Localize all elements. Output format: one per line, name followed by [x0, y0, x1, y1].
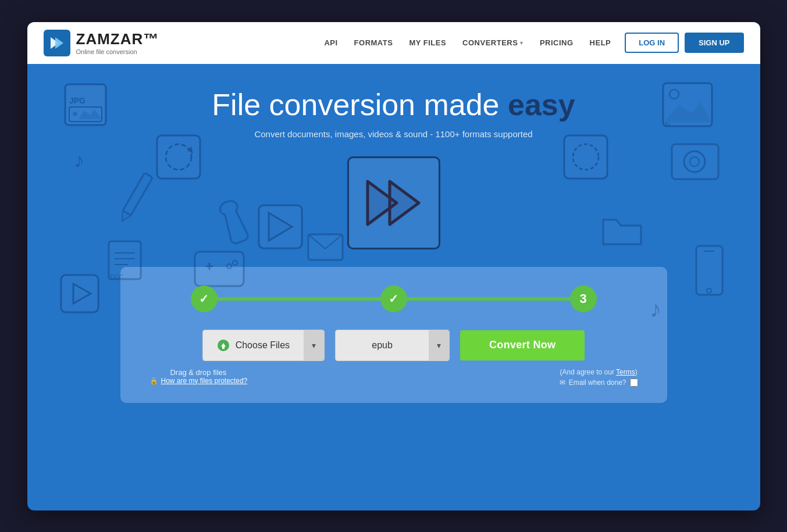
file-protection-link[interactable]: How are my files protected?: [161, 377, 248, 385]
upload-icon: [217, 339, 230, 352]
browser-window: ZAMZAR™ Online file conversion API FORMA…: [27, 22, 760, 510]
choose-files-button[interactable]: Choose Files: [203, 330, 304, 360]
nav-api[interactable]: API: [324, 38, 337, 47]
navbar: ZAMZAR™ Online file conversion API FORMA…: [27, 22, 760, 64]
signup-button[interactable]: SIGN UP: [685, 33, 743, 53]
hero-emphasis: easy: [508, 88, 575, 122]
step-1-circle: ✓: [191, 285, 218, 312]
svg-rect-11: [61, 275, 98, 312]
hero-subtitle: Convert documents, images, videos & soun…: [62, 129, 725, 139]
progress-row: ✓ ✓ 3: [144, 285, 644, 312]
email-row: ✉ Email when done?: [560, 379, 638, 387]
format-select[interactable]: epub pdf mobi docx: [336, 330, 429, 360]
center-play-icon: [347, 156, 440, 249]
terms-link[interactable]: Terms: [616, 368, 635, 376]
drag-drop-label: Drag & drop files: [149, 368, 248, 377]
doodle-phone: [693, 244, 725, 299]
below-controls: Drag & drop files 🔒 How are my files pro…: [144, 368, 644, 387]
doodle-play: [59, 273, 100, 316]
svg-marker-10: [187, 147, 193, 154]
nav-links: API FORMATS MY FILES CONVERTERS ▾ PRICIN…: [324, 38, 611, 47]
logo-icon: [44, 30, 70, 56]
step-3-circle: 3: [570, 285, 597, 312]
terms-info: (And agree to our Terms): [560, 368, 638, 376]
logo-tagline: Online file conversion: [76, 48, 159, 55]
center-icon-wrap: [62, 156, 725, 249]
hero-section: File conversion made easy Convert docume…: [62, 87, 725, 139]
email-icon: ✉: [560, 379, 565, 387]
convert-now-button[interactable]: Convert Now: [460, 330, 585, 360]
nav-my-files[interactable]: MY FILES: [409, 38, 446, 47]
nav-formats[interactable]: FORMATS: [354, 38, 393, 47]
logo-text: ZAMZAR™ Online file conversion: [76, 30, 159, 55]
file-protection-row: 🔒 How are my files protected?: [149, 377, 248, 385]
hero-title: File conversion made easy: [62, 87, 725, 122]
right-info: (And agree to our Terms) ✉ Email when do…: [560, 368, 638, 387]
nav-pricing[interactable]: PRICING: [540, 38, 574, 47]
logo-name: ZAMZAR™: [76, 30, 159, 48]
svg-marker-1: [55, 37, 63, 49]
login-button[interactable]: LOG IN: [625, 33, 679, 53]
progress-line-1: [218, 297, 380, 301]
controls-row: Choose Files ▾ epub pdf mobi docx ▾ Conv…: [144, 330, 644, 361]
main-content: JPG ♪: [27, 64, 760, 510]
format-arrow-icon: ▾: [429, 330, 449, 360]
email-label: Email when done?: [569, 379, 626, 387]
step-2-circle: ✓: [380, 285, 407, 312]
svg-point-37: [707, 288, 711, 293]
svg-marker-12: [73, 284, 91, 304]
svg-rect-36: [696, 246, 722, 295]
choose-files-wrap: Choose Files ▾: [202, 330, 325, 361]
conversion-widget: ✓ ✓ 3: [120, 267, 667, 403]
lock-icon: 🔒: [149, 377, 158, 385]
logo-area: ZAMZAR™ Online file conversion: [44, 30, 159, 56]
nav-converters[interactable]: CONVERTERS ▾: [462, 38, 524, 47]
choose-files-dropdown-button[interactable]: ▾: [304, 330, 324, 360]
svg-marker-42: [390, 181, 419, 224]
email-checkbox[interactable]: [630, 379, 638, 387]
svg-point-27: [233, 260, 237, 265]
converters-dropdown-icon: ▾: [520, 40, 524, 46]
format-select-wrap: epub pdf mobi docx ▾: [335, 330, 450, 361]
left-info: Drag & drop files 🔒 How are my files pro…: [149, 368, 248, 385]
svg-rect-45: [222, 347, 225, 349]
progress-line-2: [407, 297, 570, 301]
nav-help[interactable]: HELP: [590, 38, 611, 47]
